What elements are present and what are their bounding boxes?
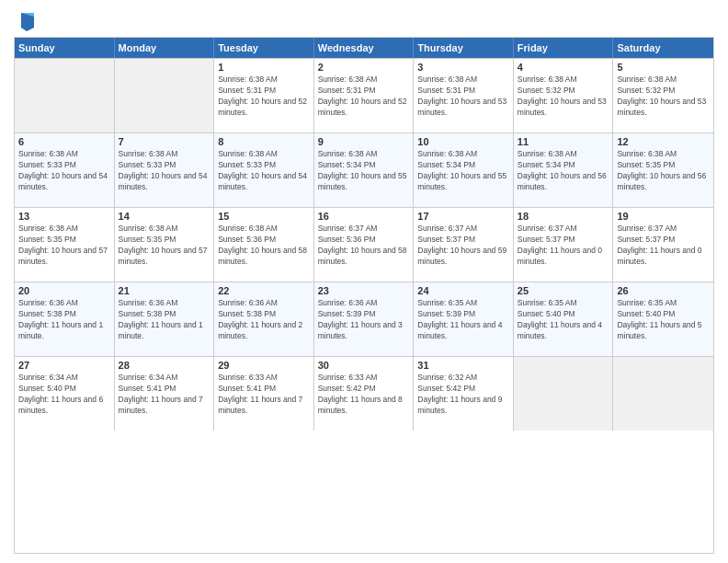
calendar-cell [115,59,215,132]
calendar-header-saturday: Saturday [613,38,713,58]
day-detail: Sunrise: 6:38 AM Sunset: 5:33 PM Dayligh… [18,149,110,193]
calendar-cell: 2Sunrise: 6:38 AM Sunset: 5:31 PM Daylig… [314,59,415,132]
day-number: 12 [617,136,710,147]
day-detail: Sunrise: 6:38 AM Sunset: 5:31 PM Dayligh… [417,75,509,119]
calendar-cell: 29Sunrise: 6:33 AM Sunset: 5:41 PM Dayli… [214,357,314,431]
day-number: 2 [318,62,410,73]
day-detail: Sunrise: 6:38 AM Sunset: 5:31 PM Dayligh… [318,75,410,119]
day-number: 21 [119,285,210,296]
calendar-week-3: 13Sunrise: 6:38 AM Sunset: 5:35 PM Dayli… [15,207,713,282]
calendar-cell: 10Sunrise: 6:38 AM Sunset: 5:34 PM Dayli… [414,133,514,207]
day-detail: Sunrise: 6:38 AM Sunset: 5:32 PM Dayligh… [518,75,609,119]
day-number: 4 [518,62,609,73]
day-number: 3 [417,62,509,73]
day-number: 14 [119,211,210,222]
calendar-cell [613,357,713,431]
day-number: 26 [617,285,710,296]
calendar-cell: 3Sunrise: 6:38 AM Sunset: 5:31 PM Daylig… [414,59,514,132]
day-detail: Sunrise: 6:37 AM Sunset: 5:36 PM Dayligh… [318,224,410,268]
calendar-cell: 7Sunrise: 6:38 AM Sunset: 5:33 PM Daylig… [115,133,215,207]
calendar-cell: 26Sunrise: 6:35 AM Sunset: 5:40 PM Dayli… [613,282,713,356]
calendar-cell: 18Sunrise: 6:37 AM Sunset: 5:37 PM Dayli… [514,208,614,282]
calendar-cell: 15Sunrise: 6:38 AM Sunset: 5:36 PM Dayli… [214,208,314,282]
calendar-cell [15,59,115,132]
day-number: 15 [218,211,310,222]
day-detail: Sunrise: 6:34 AM Sunset: 5:41 PM Dayligh… [119,373,210,417]
calendar: SundayMondayTuesdayWednesdayThursdayFrid… [14,37,714,554]
calendar-week-4: 20Sunrise: 6:36 AM Sunset: 5:38 PM Dayli… [15,282,713,356]
day-detail: Sunrise: 6:36 AM Sunset: 5:39 PM Dayligh… [318,298,410,342]
logo [14,9,36,31]
calendar-header-wednesday: Wednesday [314,38,415,58]
day-detail: Sunrise: 6:38 AM Sunset: 5:32 PM Dayligh… [617,75,710,119]
calendar-cell: 17Sunrise: 6:37 AM Sunset: 5:37 PM Dayli… [414,208,514,282]
day-detail: Sunrise: 6:33 AM Sunset: 5:42 PM Dayligh… [318,373,410,417]
calendar-week-5: 27Sunrise: 6:34 AM Sunset: 5:40 PM Dayli… [15,356,713,431]
calendar-cell: 8Sunrise: 6:38 AM Sunset: 5:33 PM Daylig… [214,133,314,207]
day-detail: Sunrise: 6:38 AM Sunset: 5:35 PM Dayligh… [18,224,110,268]
calendar-cell: 30Sunrise: 6:33 AM Sunset: 5:42 PM Dayli… [314,357,415,431]
day-number: 23 [318,285,410,296]
day-detail: Sunrise: 6:37 AM Sunset: 5:37 PM Dayligh… [518,224,609,268]
calendar-week-1: 1Sunrise: 6:38 AM Sunset: 5:31 PM Daylig… [15,58,713,132]
day-number: 6 [18,136,110,147]
day-detail: Sunrise: 6:38 AM Sunset: 5:33 PM Dayligh… [119,149,210,193]
day-detail: Sunrise: 6:38 AM Sunset: 5:35 PM Dayligh… [119,224,210,268]
calendar-cell: 27Sunrise: 6:34 AM Sunset: 5:40 PM Dayli… [15,357,115,431]
day-number: 13 [18,211,110,222]
day-detail: Sunrise: 6:37 AM Sunset: 5:37 PM Dayligh… [417,224,509,268]
day-number: 20 [18,285,110,296]
day-number: 25 [518,285,609,296]
calendar-cell: 28Sunrise: 6:34 AM Sunset: 5:41 PM Dayli… [115,357,215,431]
calendar-header-sunday: Sunday [15,38,115,58]
day-number: 30 [318,360,410,371]
day-detail: Sunrise: 6:35 AM Sunset: 5:40 PM Dayligh… [518,298,609,342]
day-detail: Sunrise: 6:36 AM Sunset: 5:38 PM Dayligh… [119,298,210,342]
day-number: 27 [18,360,110,371]
day-number: 18 [518,211,609,222]
day-detail: Sunrise: 6:38 AM Sunset: 5:34 PM Dayligh… [318,149,410,193]
calendar-week-2: 6Sunrise: 6:38 AM Sunset: 5:33 PM Daylig… [15,132,713,207]
calendar-cell: 6Sunrise: 6:38 AM Sunset: 5:33 PM Daylig… [15,133,115,207]
day-number: 24 [417,285,509,296]
day-number: 17 [417,211,509,222]
day-number: 31 [417,360,509,371]
day-detail: Sunrise: 6:38 AM Sunset: 5:34 PM Dayligh… [518,149,609,193]
day-detail: Sunrise: 6:34 AM Sunset: 5:40 PM Dayligh… [18,373,110,417]
logo-icon [17,9,36,31]
calendar-cell: 11Sunrise: 6:38 AM Sunset: 5:34 PM Dayli… [514,133,614,207]
day-number: 16 [318,211,410,222]
day-detail: Sunrise: 6:38 AM Sunset: 5:34 PM Dayligh… [417,149,509,193]
calendar-cell: 19Sunrise: 6:37 AM Sunset: 5:37 PM Dayli… [613,208,713,282]
calendar-cell: 13Sunrise: 6:38 AM Sunset: 5:35 PM Dayli… [15,208,115,282]
calendar-cell [514,357,614,431]
day-detail: Sunrise: 6:36 AM Sunset: 5:38 PM Dayligh… [18,298,110,342]
calendar-cell: 25Sunrise: 6:35 AM Sunset: 5:40 PM Dayli… [514,282,614,356]
calendar-body: 1Sunrise: 6:38 AM Sunset: 5:31 PM Daylig… [15,58,713,431]
day-detail: Sunrise: 6:35 AM Sunset: 5:39 PM Dayligh… [417,298,509,342]
calendar-header-row: SundayMondayTuesdayWednesdayThursdayFrid… [15,38,713,58]
day-number: 29 [218,360,310,371]
calendar-header-tuesday: Tuesday [214,38,314,58]
day-number: 1 [218,62,310,73]
day-detail: Sunrise: 6:35 AM Sunset: 5:40 PM Dayligh… [617,298,710,342]
day-number: 9 [318,136,410,147]
calendar-cell: 23Sunrise: 6:36 AM Sunset: 5:39 PM Dayli… [314,282,415,356]
calendar-cell: 20Sunrise: 6:36 AM Sunset: 5:38 PM Dayli… [15,282,115,356]
day-number: 19 [617,211,710,222]
day-number: 11 [518,136,609,147]
calendar-header-thursday: Thursday [414,38,514,58]
day-detail: Sunrise: 6:32 AM Sunset: 5:42 PM Dayligh… [417,373,509,417]
calendar-header-friday: Friday [514,38,614,58]
day-detail: Sunrise: 6:38 AM Sunset: 5:36 PM Dayligh… [218,224,310,268]
calendar-header-monday: Monday [115,38,215,58]
day-detail: Sunrise: 6:38 AM Sunset: 5:33 PM Dayligh… [218,149,310,193]
day-detail: Sunrise: 6:36 AM Sunset: 5:38 PM Dayligh… [218,298,310,342]
calendar-cell: 1Sunrise: 6:38 AM Sunset: 5:31 PM Daylig… [214,59,314,132]
calendar-cell: 22Sunrise: 6:36 AM Sunset: 5:38 PM Dayli… [214,282,314,356]
day-number: 22 [218,285,310,296]
calendar-cell: 21Sunrise: 6:36 AM Sunset: 5:38 PM Dayli… [115,282,215,356]
day-detail: Sunrise: 6:33 AM Sunset: 5:41 PM Dayligh… [218,373,310,417]
day-number: 8 [218,136,310,147]
header [14,9,714,31]
